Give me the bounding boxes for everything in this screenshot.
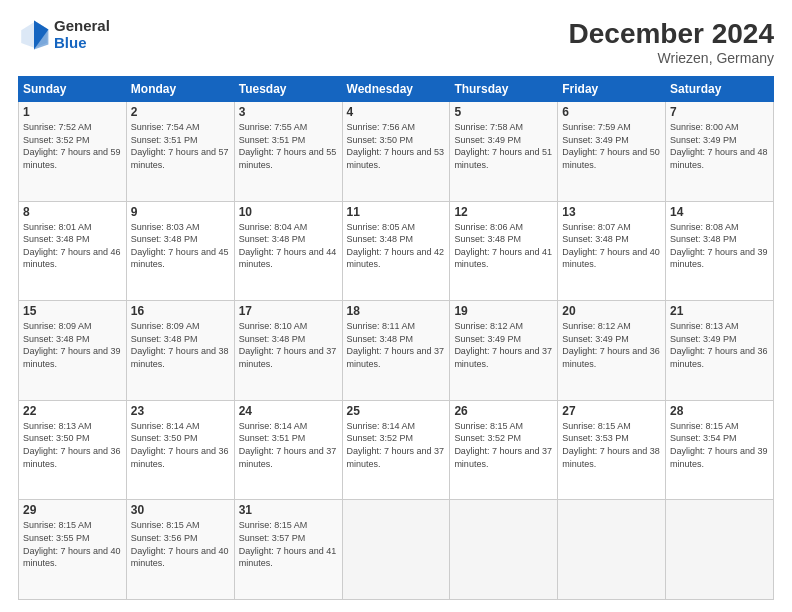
day-number-23: 23 xyxy=(131,404,230,418)
day-number-16: 16 xyxy=(131,304,230,318)
day-info-3: Sunrise: 7:55 AM Sunset: 3:51 PM Dayligh… xyxy=(239,121,338,171)
day-info-30: Sunrise: 8:15 AM Sunset: 3:56 PM Dayligh… xyxy=(131,519,230,569)
col-friday: Friday xyxy=(558,77,666,102)
day-cell-17: 17 Sunrise: 8:10 AM Sunset: 3:48 PM Dayl… xyxy=(234,301,342,401)
col-monday: Monday xyxy=(126,77,234,102)
day-number-8: 8 xyxy=(23,205,122,219)
day-number-2: 2 xyxy=(131,105,230,119)
logo-text: General Blue xyxy=(54,18,110,51)
day-info-21: Sunrise: 8:13 AM Sunset: 3:49 PM Dayligh… xyxy=(670,320,769,370)
day-number-17: 17 xyxy=(239,304,338,318)
day-number-20: 20 xyxy=(562,304,661,318)
day-info-25: Sunrise: 8:14 AM Sunset: 3:52 PM Dayligh… xyxy=(347,420,446,470)
day-number-9: 9 xyxy=(131,205,230,219)
day-number-10: 10 xyxy=(239,205,338,219)
day-number-15: 15 xyxy=(23,304,122,318)
day-cell-7: 7 Sunrise: 8:00 AM Sunset: 3:49 PM Dayli… xyxy=(666,102,774,202)
day-cell-1: 1 Sunrise: 7:52 AM Sunset: 3:52 PM Dayli… xyxy=(19,102,127,202)
day-number-7: 7 xyxy=(670,105,769,119)
day-cell-24: 24 Sunrise: 8:14 AM Sunset: 3:51 PM Dayl… xyxy=(234,400,342,500)
week-row-5: 29 Sunrise: 8:15 AM Sunset: 3:55 PM Dayl… xyxy=(19,500,774,600)
day-number-24: 24 xyxy=(239,404,338,418)
day-info-17: Sunrise: 8:10 AM Sunset: 3:48 PM Dayligh… xyxy=(239,320,338,370)
day-cell-4: 4 Sunrise: 7:56 AM Sunset: 3:50 PM Dayli… xyxy=(342,102,450,202)
day-cell-11: 11 Sunrise: 8:05 AM Sunset: 3:48 PM Dayl… xyxy=(342,201,450,301)
day-number-26: 26 xyxy=(454,404,553,418)
day-cell-29: 29 Sunrise: 8:15 AM Sunset: 3:55 PM Dayl… xyxy=(19,500,127,600)
day-info-16: Sunrise: 8:09 AM Sunset: 3:48 PM Dayligh… xyxy=(131,320,230,370)
day-cell-14: 14 Sunrise: 8:08 AM Sunset: 3:48 PM Dayl… xyxy=(666,201,774,301)
day-cell-12: 12 Sunrise: 8:06 AM Sunset: 3:48 PM Dayl… xyxy=(450,201,558,301)
day-cell-2: 2 Sunrise: 7:54 AM Sunset: 3:51 PM Dayli… xyxy=(126,102,234,202)
day-cell-8: 8 Sunrise: 8:01 AM Sunset: 3:48 PM Dayli… xyxy=(19,201,127,301)
header: General Blue December 2024 Wriezen, Germ… xyxy=(18,18,774,66)
day-number-14: 14 xyxy=(670,205,769,219)
day-info-10: Sunrise: 8:04 AM Sunset: 3:48 PM Dayligh… xyxy=(239,221,338,271)
day-info-18: Sunrise: 8:11 AM Sunset: 3:48 PM Dayligh… xyxy=(347,320,446,370)
day-info-22: Sunrise: 8:13 AM Sunset: 3:50 PM Dayligh… xyxy=(23,420,122,470)
day-cell-22: 22 Sunrise: 8:13 AM Sunset: 3:50 PM Dayl… xyxy=(19,400,127,500)
day-cell-30: 30 Sunrise: 8:15 AM Sunset: 3:56 PM Dayl… xyxy=(126,500,234,600)
day-number-5: 5 xyxy=(454,105,553,119)
empty-cell xyxy=(450,500,558,600)
day-info-31: Sunrise: 8:15 AM Sunset: 3:57 PM Dayligh… xyxy=(239,519,338,569)
day-cell-13: 13 Sunrise: 8:07 AM Sunset: 3:48 PM Dayl… xyxy=(558,201,666,301)
calendar-header-row: Sunday Monday Tuesday Wednesday Thursday… xyxy=(19,77,774,102)
day-info-6: Sunrise: 7:59 AM Sunset: 3:49 PM Dayligh… xyxy=(562,121,661,171)
location: Wriezen, Germany xyxy=(569,50,774,66)
day-number-29: 29 xyxy=(23,503,122,517)
day-cell-3: 3 Sunrise: 7:55 AM Sunset: 3:51 PM Dayli… xyxy=(234,102,342,202)
calendar-body: 1 Sunrise: 7:52 AM Sunset: 3:52 PM Dayli… xyxy=(19,102,774,600)
day-info-23: Sunrise: 8:14 AM Sunset: 3:50 PM Dayligh… xyxy=(131,420,230,470)
empty-cell xyxy=(342,500,450,600)
day-number-12: 12 xyxy=(454,205,553,219)
day-number-27: 27 xyxy=(562,404,661,418)
month-title: December 2024 xyxy=(569,18,774,50)
day-number-31: 31 xyxy=(239,503,338,517)
week-row-1: 1 Sunrise: 7:52 AM Sunset: 3:52 PM Dayli… xyxy=(19,102,774,202)
day-info-8: Sunrise: 8:01 AM Sunset: 3:48 PM Dayligh… xyxy=(23,221,122,271)
day-cell-31: 31 Sunrise: 8:15 AM Sunset: 3:57 PM Dayl… xyxy=(234,500,342,600)
day-number-19: 19 xyxy=(454,304,553,318)
day-cell-9: 9 Sunrise: 8:03 AM Sunset: 3:48 PM Dayli… xyxy=(126,201,234,301)
day-cell-5: 5 Sunrise: 7:58 AM Sunset: 3:49 PM Dayli… xyxy=(450,102,558,202)
day-cell-20: 20 Sunrise: 8:12 AM Sunset: 3:49 PM Dayl… xyxy=(558,301,666,401)
day-number-25: 25 xyxy=(347,404,446,418)
day-cell-18: 18 Sunrise: 8:11 AM Sunset: 3:48 PM Dayl… xyxy=(342,301,450,401)
day-number-18: 18 xyxy=(347,304,446,318)
day-info-11: Sunrise: 8:05 AM Sunset: 3:48 PM Dayligh… xyxy=(347,221,446,271)
empty-cell xyxy=(558,500,666,600)
day-info-4: Sunrise: 7:56 AM Sunset: 3:50 PM Dayligh… xyxy=(347,121,446,171)
day-cell-15: 15 Sunrise: 8:09 AM Sunset: 3:48 PM Dayl… xyxy=(19,301,127,401)
day-info-12: Sunrise: 8:06 AM Sunset: 3:48 PM Dayligh… xyxy=(454,221,553,271)
day-cell-26: 26 Sunrise: 8:15 AM Sunset: 3:52 PM Dayl… xyxy=(450,400,558,500)
day-number-28: 28 xyxy=(670,404,769,418)
day-number-1: 1 xyxy=(23,105,122,119)
day-info-5: Sunrise: 7:58 AM Sunset: 3:49 PM Dayligh… xyxy=(454,121,553,171)
week-row-2: 8 Sunrise: 8:01 AM Sunset: 3:48 PM Dayli… xyxy=(19,201,774,301)
day-cell-16: 16 Sunrise: 8:09 AM Sunset: 3:48 PM Dayl… xyxy=(126,301,234,401)
day-info-24: Sunrise: 8:14 AM Sunset: 3:51 PM Dayligh… xyxy=(239,420,338,470)
day-number-3: 3 xyxy=(239,105,338,119)
logo-icon xyxy=(18,19,50,51)
day-number-21: 21 xyxy=(670,304,769,318)
day-cell-19: 19 Sunrise: 8:12 AM Sunset: 3:49 PM Dayl… xyxy=(450,301,558,401)
col-thursday: Thursday xyxy=(450,77,558,102)
day-number-13: 13 xyxy=(562,205,661,219)
day-info-7: Sunrise: 8:00 AM Sunset: 3:49 PM Dayligh… xyxy=(670,121,769,171)
day-info-13: Sunrise: 8:07 AM Sunset: 3:48 PM Dayligh… xyxy=(562,221,661,271)
col-sunday: Sunday xyxy=(19,77,127,102)
day-cell-25: 25 Sunrise: 8:14 AM Sunset: 3:52 PM Dayl… xyxy=(342,400,450,500)
day-number-30: 30 xyxy=(131,503,230,517)
day-cell-10: 10 Sunrise: 8:04 AM Sunset: 3:48 PM Dayl… xyxy=(234,201,342,301)
day-info-15: Sunrise: 8:09 AM Sunset: 3:48 PM Dayligh… xyxy=(23,320,122,370)
day-cell-23: 23 Sunrise: 8:14 AM Sunset: 3:50 PM Dayl… xyxy=(126,400,234,500)
day-info-27: Sunrise: 8:15 AM Sunset: 3:53 PM Dayligh… xyxy=(562,420,661,470)
day-info-14: Sunrise: 8:08 AM Sunset: 3:48 PM Dayligh… xyxy=(670,221,769,271)
day-number-22: 22 xyxy=(23,404,122,418)
day-info-1: Sunrise: 7:52 AM Sunset: 3:52 PM Dayligh… xyxy=(23,121,122,171)
day-info-29: Sunrise: 8:15 AM Sunset: 3:55 PM Dayligh… xyxy=(23,519,122,569)
title-area: December 2024 Wriezen, Germany xyxy=(569,18,774,66)
day-info-26: Sunrise: 8:15 AM Sunset: 3:52 PM Dayligh… xyxy=(454,420,553,470)
day-number-4: 4 xyxy=(347,105,446,119)
